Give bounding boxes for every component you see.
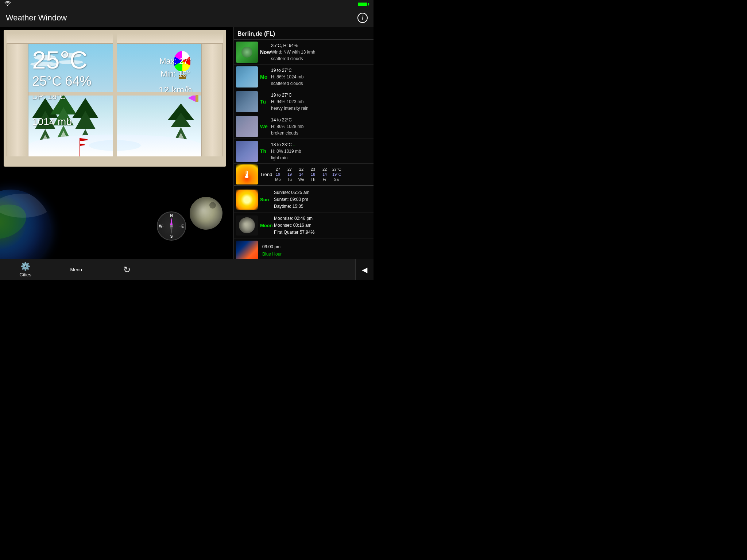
forecast-thumb-th: [236, 141, 258, 162]
info-button[interactable]: i: [357, 13, 368, 23]
right-panel: Berlin,de (FL) Now 25°C, H: 64% Wind: NW…: [233, 27, 374, 259]
moon-label: Moon: [260, 223, 274, 228]
trend-low-4: 14: [321, 172, 329, 176]
cities-button[interactable]: ⚙️ Cities: [0, 259, 51, 280]
trend-day-3: Th: [309, 177, 317, 182]
forecast-detail1-mo: H: 86% 1024 mb: [271, 74, 371, 80]
trend-high-1: 27: [286, 167, 294, 171]
forecast-row-mo: Mo 19 to 27°C H: 86% 1024 mb scattered c…: [234, 65, 374, 89]
forecast-day-tu: Tu: [260, 99, 271, 105]
max-temp: Max: 27°: [159, 55, 193, 67]
forecast-thumb-mo: [236, 66, 258, 88]
trend-day-5: Sa: [332, 177, 340, 182]
max-min-temp: Max: 27° Min: 19°: [159, 55, 193, 80]
moon-icon: [236, 215, 258, 236]
forecast-detail2-we: broken clouds: [271, 130, 371, 136]
space-scene: N S E W: [0, 171, 233, 259]
forecast-detail2-tu: heavy intensity rain: [271, 105, 371, 112]
blue-hour-content: 09:00 pm Blue Hour: [262, 244, 371, 257]
sun-label: Sun: [260, 197, 274, 202]
battery-icon: [358, 3, 369, 6]
city-header: Berlin,de (FL): [234, 29, 374, 40]
trend-label: Trend: [260, 172, 274, 177]
gear-icon: ⚙️: [20, 262, 30, 271]
trend-low-0: 19: [274, 172, 282, 176]
moon-display: [190, 197, 222, 230]
forecast-info-tu: 19 to 27°C H: 94% 1023 mb heavy intensit…: [271, 92, 371, 112]
weather-right-data: Max: 27° Min: 19° 12 km/h: [159, 55, 193, 96]
moon-row: Moon Moonrise: 02:46 pm Moonset: 00:16 a…: [234, 213, 374, 239]
compass-center: [170, 225, 173, 227]
bottom-toolbar: ⚙️ Cities Menu ↻ ◀: [0, 259, 374, 280]
trend-low-5: 19°C: [332, 172, 341, 176]
trend-data: 27 27 22 23 22 27°C 19 19 14 18 14 19°C …: [274, 167, 371, 182]
status-bar: [0, 0, 374, 9]
forecast-row-tu: Tu 19 to 27°C H: 94% 1023 mb heavy inten…: [234, 89, 374, 114]
forecast-info-th: 18 to 23°C ... H: 0% 1019 mb light rain: [271, 141, 371, 161]
forecast-row-now: Now 25°C, H: 64% Wind: NW with 13 kmh sc…: [234, 40, 374, 65]
forecast-thumb-now: [236, 42, 258, 63]
compass-east: E: [181, 224, 184, 228]
trend-low-3: 18: [309, 172, 317, 176]
forecast-temp-now: 25°C, H: 64%: [271, 42, 371, 49]
compass-south: S: [170, 234, 173, 238]
trend-high-5: 27°C: [332, 167, 341, 171]
title-bar: Weather Window i: [0, 9, 374, 27]
forecast-detail2-mo: scattered clouds: [271, 80, 371, 87]
forecast-day-label: Now: [260, 49, 271, 55]
sun-content: Sunrise: 05:25 am Sunset: 09:00 pm Dayti…: [274, 189, 371, 210]
trend-high-4: 22: [321, 167, 329, 171]
forecast-info-mo: 19 to 27°C H: 86% 1024 mb scattered clou…: [271, 67, 371, 87]
app-title: Weather Window: [6, 13, 67, 23]
forecast-detail1-now: Wind: NW with 13 kmh: [271, 49, 371, 55]
main-content: ◀ 25°C 25°C 64% DP: 18°C 1014 mb Max: 27…: [0, 27, 374, 259]
trend-day-1: Tu: [286, 177, 294, 182]
menu-button[interactable]: Menu: [51, 259, 101, 280]
pressure: 1014 mb: [32, 116, 92, 128]
trend-high-3: 23: [309, 167, 317, 171]
wind-sock: [80, 138, 80, 156]
forecast-day-we: We: [260, 124, 271, 129]
earth-globe: [0, 190, 51, 270]
sunrise: Sunrise: 05:25 am: [274, 189, 371, 196]
sun-row: Sun Sunrise: 05:25 am Sunset: 09:00 pm D…: [234, 187, 374, 213]
forecast-thumb-we: [236, 116, 258, 137]
wifi-icon: [4, 1, 11, 8]
sunset: Sunset: 09:00 pm: [274, 196, 371, 203]
weather-window: ◀ 25°C 25°C 64% DP: 18°C 1014 mb Max: 27…: [4, 30, 226, 167]
temp-humidity: 25°C 64%: [32, 74, 92, 89]
forecast-temp-we: 14 to 22°C: [271, 117, 371, 123]
refresh-button[interactable]: ↻: [101, 259, 152, 280]
moon-visual: [239, 217, 255, 233]
back-button[interactable]: ◀: [355, 259, 374, 280]
trend-day-0: Mo: [274, 177, 282, 182]
compass: N S E W: [157, 211, 186, 241]
daytime: Daytime: 15:35: [274, 203, 371, 210]
forecast-detail2-th: light rain: [271, 155, 371, 161]
trend-row: Trend 27 27 22 23 22 27°C 19 19 14 18 14…: [234, 164, 374, 186]
blue-hour-time-val: 09:00 pm: [262, 244, 371, 250]
trend-low-1: 19: [286, 172, 294, 176]
trend-thumb: [236, 164, 258, 184]
sun-icon: [236, 190, 258, 210]
dew-point: DP: 18°C: [32, 92, 92, 101]
forecast-day-th: Th: [260, 148, 271, 154]
trend-day-2: We: [297, 177, 305, 182]
blue-hour-label: Blue Hour: [262, 251, 371, 258]
moon-phase: First Quarter 57,94%: [274, 229, 371, 236]
left-panel: ◀ 25°C 25°C 64% DP: 18°C 1014 mb Max: 27…: [0, 27, 233, 259]
forecast-temp-mo: 19 to 27°C: [271, 67, 371, 74]
forecast-temp-tu: 19 to 27°C: [271, 92, 371, 98]
blue-hour-icon: [236, 241, 258, 261]
refresh-icon: ↻: [123, 265, 131, 275]
cities-label: Cities: [19, 272, 31, 277]
forecast-detail1-we: H: 86% 1028 mb: [271, 123, 371, 130]
moonrise: Moonrise: 02:46 pm: [274, 215, 371, 222]
compass-north: N: [170, 214, 173, 218]
trend-low-2: 14: [297, 172, 305, 176]
forecast-detail2-now: scattered clouds: [271, 55, 371, 62]
moonset: Moonset: 00:16 am: [274, 222, 371, 229]
forecast-detail1-tu: H: 94% 1023 mb: [271, 98, 371, 105]
weather-data: 25°C 25°C 64% DP: 18°C 1014 mb: [32, 47, 92, 128]
min-temp: Min: 19°: [159, 67, 193, 80]
